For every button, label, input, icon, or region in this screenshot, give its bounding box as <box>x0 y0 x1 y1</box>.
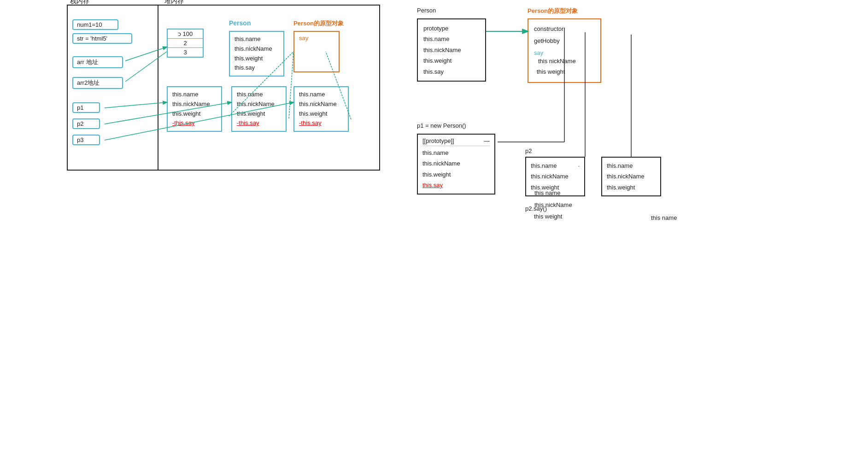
detection-this-nickname-1: this nickName <box>534 201 572 208</box>
detection-this-name-1: this name <box>534 189 560 196</box>
stack-arr: arr 地址 <box>72 56 123 68</box>
detection-this-nickname-2: this nickName <box>538 58 576 65</box>
detection-this-weight-2: this weight <box>537 68 565 75</box>
right-proto-label: Person的原型对象 <box>528 7 578 15</box>
stack-label: 栈内存 <box>70 0 89 6</box>
right-p1-box: [[prototype]] — this.name this.nickName … <box>417 134 495 195</box>
detection-this-name-2: this name <box>651 214 677 221</box>
stack-num1: num1=10 <box>72 19 118 30</box>
stack-arr2: arr2地址 <box>72 77 123 89</box>
arr-cell-0: ↄ 100 <box>168 30 203 39</box>
svg-line-0 <box>125 47 167 61</box>
heap-proto-box: say <box>293 31 340 72</box>
left-diagram: 栈内存 堆内存 num1=10 str = 'html5' arr 地址 arr… <box>67 5 380 171</box>
heap-p2-box: this.name this.nickName this.weight -thi… <box>231 86 287 132</box>
right-person-label: Person <box>417 7 436 14</box>
proto-say: say <box>299 35 334 41</box>
stack-heap-divider <box>158 6 158 170</box>
detection-this-weight-1: this weight <box>534 213 562 220</box>
arr-cell-2: 3 <box>168 48 203 57</box>
svg-line-1 <box>125 52 167 82</box>
svg-line-6 <box>289 52 293 118</box>
stack-str: str = 'html5' <box>72 33 132 44</box>
person-line-nickname: this.nickName <box>235 44 279 54</box>
heap-array-box: ↄ 100 2 3 <box>167 29 204 58</box>
right-person-box: prototype this.name this.nickName this.w… <box>417 18 486 82</box>
heap-person-box: this.name this.nickName this.weight this… <box>229 31 284 77</box>
right-p3-box: this.name this.nickName this.weight <box>601 157 661 196</box>
person-line-name: this.name <box>235 35 279 44</box>
stack-p2: p2 <box>72 118 100 129</box>
stack-p1: p1 <box>72 102 100 113</box>
heap-p1-box: this.name this.nickName this.weight -thi… <box>167 86 222 132</box>
p1-new-person-label: p1 = new Person() <box>417 122 466 129</box>
heap-p3-box: this.name this.nickName this.weight -thi… <box>293 86 349 132</box>
person-line-say: this.say <box>235 63 279 73</box>
heap-label: 堆内存 <box>164 0 184 6</box>
person-label-left: Person <box>229 19 251 27</box>
proto-label-left: Person的原型对象 <box>293 19 344 28</box>
stack-p3: p3 <box>72 135 100 145</box>
person-line-weight: this.weight <box>235 54 279 64</box>
arr-cell-1: 2 <box>168 39 203 48</box>
p2-label: p2 <box>525 148 532 154</box>
